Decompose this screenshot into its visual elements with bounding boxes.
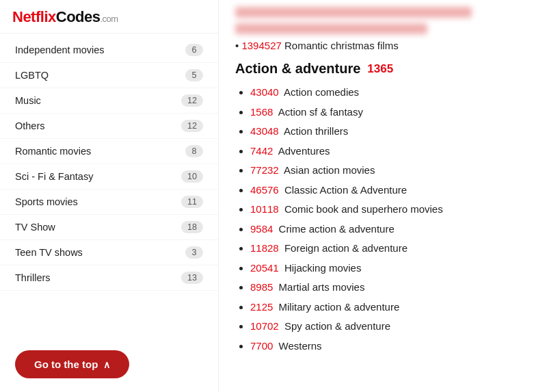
romantic-code-link[interactable]: 1394527 <box>241 40 281 51</box>
sidebar-item-badge: 12 <box>181 94 203 107</box>
sidebar-item-label: Thrillers <box>15 272 51 283</box>
list-item: 11828 Foreign action & adventure <box>250 241 531 257</box>
sidebar-item-sports-movies[interactable]: Sports movies11 <box>0 190 218 215</box>
sidebar-item-badge: 13 <box>181 272 203 284</box>
list-item: 10118 Comic book and superhero movies <box>250 202 531 218</box>
sidebar-item-label: Sports movies <box>15 196 78 207</box>
sidebar-item-badge: 3 <box>185 246 203 259</box>
sidebar-item-independent-movies[interactable]: Independent movies6 <box>0 38 218 63</box>
blurred-line-2 <box>235 23 427 34</box>
logo-com: .com <box>101 14 118 24</box>
logo-netflix: Netflix <box>12 8 56 25</box>
sidebar-item-label: Teen TV shows <box>15 247 83 258</box>
list-item: 20541 Hijacking movies <box>250 261 531 276</box>
sidebar-item-tv-show[interactable]: TV Show18 <box>0 215 218 240</box>
nav-list: Independent movies6LGBTQ5Music12Others12… <box>0 34 218 295</box>
romantic-item: • 1394527 Romantic christmas films <box>235 40 531 51</box>
sidebar-item-badge: 18 <box>181 221 203 233</box>
list-item: 8985 Martial arts movies <box>250 280 531 296</box>
code-link[interactable]: 7700 <box>250 340 273 352</box>
list-item: 43040 Action comedies <box>250 85 531 101</box>
list-item: 7700 Westerns <box>250 339 531 354</box>
code-link[interactable]: 1568 <box>250 106 273 118</box>
list-item: 7442 Adventures <box>250 144 531 159</box>
romantic-label: Romantic christmas films <box>284 40 399 51</box>
list-item: 46576 Classic Action & Adventure <box>250 183 531 198</box>
code-link[interactable]: 8985 <box>250 281 273 293</box>
sidebar-item-teen-tv-shows[interactable]: Teen TV shows3 <box>0 240 218 265</box>
code-link[interactable]: 20541 <box>250 262 279 274</box>
code-link[interactable]: 46576 <box>250 184 279 196</box>
logo-area: NetflixCodes.com <box>0 0 218 34</box>
sidebar-item-sci---fi--fantasy[interactable]: Sci - Fi & Fantasy10 <box>0 164 218 190</box>
sidebar-item-badge: 11 <box>181 196 203 208</box>
code-link[interactable]: 77232 <box>250 164 279 176</box>
code-link[interactable]: 11828 <box>250 242 279 254</box>
list-item: 9584 Crime action & adventure <box>250 222 531 237</box>
section-heading-action: Action & adventure 1365 <box>235 61 531 77</box>
code-link[interactable]: 10118 <box>250 203 279 215</box>
sidebar-item-label: Others <box>15 120 45 131</box>
go-to-top-label: Go to the top <box>34 358 98 370</box>
code-link[interactable]: 2125 <box>250 301 273 313</box>
sidebar-item-label: LGBTQ <box>15 70 49 81</box>
code-link[interactable]: 9584 <box>250 223 273 235</box>
sidebar-item-badge: 8 <box>185 145 203 157</box>
chevron-up-icon: ∧ <box>103 359 110 370</box>
list-item: 77232 Asian action movies <box>250 163 531 179</box>
code-link[interactable]: 43040 <box>250 86 279 98</box>
go-to-top-area: Go to the top ∧ <box>0 338 218 392</box>
sidebar-item-music[interactable]: Music12 <box>0 88 218 114</box>
blurred-section <box>235 7 531 34</box>
sidebar-item-badge: 5 <box>185 69 203 81</box>
sidebar-item-label: Romantic movies <box>15 146 91 157</box>
sidebar-item-lgbtq[interactable]: LGBTQ5 <box>0 63 218 88</box>
go-to-top-button[interactable]: Go to the top ∧ <box>15 350 129 378</box>
sidebar-item-label: Music <box>15 95 41 106</box>
code-link[interactable]: 10702 <box>250 320 279 332</box>
sidebar-item-badge: 6 <box>185 44 203 56</box>
sidebar-item-thrillers[interactable]: Thrillers13 <box>0 265 218 291</box>
site-logo: NetflixCodes.com <box>12 8 118 25</box>
blurred-line-1 <box>235 7 472 18</box>
code-link[interactable]: 7442 <box>250 145 273 157</box>
section-code-link[interactable]: 1365 <box>367 62 393 76</box>
code-link[interactable]: 43048 <box>250 125 279 137</box>
main-content: • 1394527 Romantic christmas films Actio… <box>219 0 547 392</box>
section-title: Action & adventure <box>235 61 360 77</box>
list-item: 1568 Action sf & fantasy <box>250 105 531 120</box>
sidebar-item-badge: 12 <box>181 120 203 132</box>
sidebar-item-label: Sci - Fi & Fantasy <box>15 171 93 182</box>
sidebar-item-label: Independent movies <box>15 44 105 55</box>
action-code-list: 43040 Action comedies1568 Action sf & fa… <box>235 85 531 354</box>
list-item: 2125 Military action & adventure <box>250 300 531 315</box>
logo-codes: Codes <box>56 8 101 25</box>
sidebar-item-romantic-movies[interactable]: Romantic movies8 <box>0 139 218 164</box>
sidebar-item-badge: 10 <box>181 170 203 183</box>
sidebar-item-label: TV Show <box>15 222 55 233</box>
list-item: 43048 Action thrillers <box>250 124 531 140</box>
sidebar-item-others[interactable]: Others12 <box>0 114 218 139</box>
sidebar: NetflixCodes.com Independent movies6LGBT… <box>0 0 219 392</box>
list-item: 10702 Spy action & adventure <box>250 319 531 335</box>
